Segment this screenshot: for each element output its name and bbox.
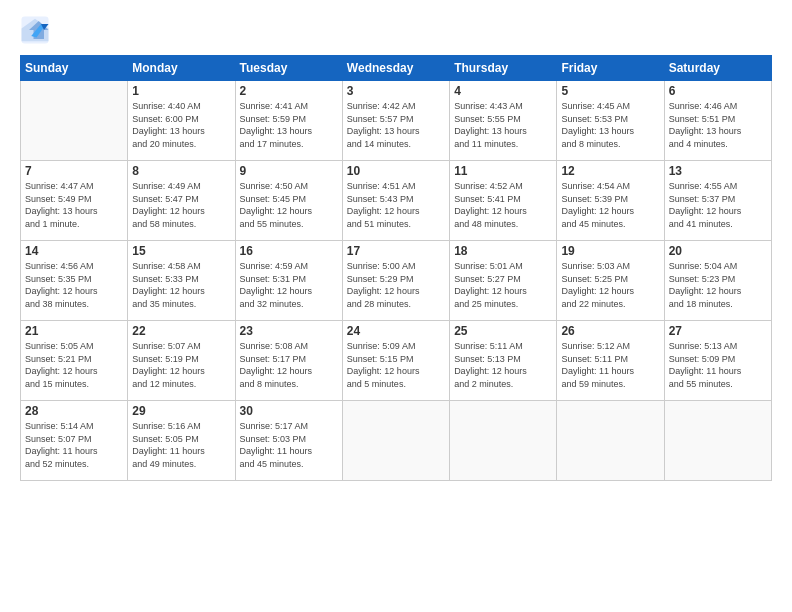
day-detail: Sunrise: 5:03 AM Sunset: 5:25 PM Dayligh…: [561, 260, 659, 310]
day-number: 2: [240, 84, 338, 98]
day-detail: Sunrise: 5:08 AM Sunset: 5:17 PM Dayligh…: [240, 340, 338, 390]
calendar-cell: [450, 401, 557, 481]
calendar-cell: 4Sunrise: 4:43 AM Sunset: 5:55 PM Daylig…: [450, 81, 557, 161]
day-detail: Sunrise: 4:43 AM Sunset: 5:55 PM Dayligh…: [454, 100, 552, 150]
day-detail: Sunrise: 5:14 AM Sunset: 5:07 PM Dayligh…: [25, 420, 123, 470]
calendar-cell: 27Sunrise: 5:13 AM Sunset: 5:09 PM Dayli…: [664, 321, 771, 401]
day-detail: Sunrise: 4:54 AM Sunset: 5:39 PM Dayligh…: [561, 180, 659, 230]
weekday-header: Thursday: [450, 56, 557, 81]
day-detail: Sunrise: 4:56 AM Sunset: 5:35 PM Dayligh…: [25, 260, 123, 310]
day-number: 4: [454, 84, 552, 98]
calendar-cell: 5Sunrise: 4:45 AM Sunset: 5:53 PM Daylig…: [557, 81, 664, 161]
day-detail: Sunrise: 5:17 AM Sunset: 5:03 PM Dayligh…: [240, 420, 338, 470]
day-number: 24: [347, 324, 445, 338]
day-detail: Sunrise: 4:46 AM Sunset: 5:51 PM Dayligh…: [669, 100, 767, 150]
day-detail: Sunrise: 5:12 AM Sunset: 5:11 PM Dayligh…: [561, 340, 659, 390]
calendar-cell: 6Sunrise: 4:46 AM Sunset: 5:51 PM Daylig…: [664, 81, 771, 161]
calendar-cell: 11Sunrise: 4:52 AM Sunset: 5:41 PM Dayli…: [450, 161, 557, 241]
day-number: 19: [561, 244, 659, 258]
calendar-cell: 9Sunrise: 4:50 AM Sunset: 5:45 PM Daylig…: [235, 161, 342, 241]
day-number: 1: [132, 84, 230, 98]
calendar-cell: 28Sunrise: 5:14 AM Sunset: 5:07 PM Dayli…: [21, 401, 128, 481]
calendar-cell: 17Sunrise: 5:00 AM Sunset: 5:29 PM Dayli…: [342, 241, 449, 321]
day-detail: Sunrise: 5:05 AM Sunset: 5:21 PM Dayligh…: [25, 340, 123, 390]
page: SundayMondayTuesdayWednesdayThursdayFrid…: [0, 0, 792, 612]
calendar-cell: 20Sunrise: 5:04 AM Sunset: 5:23 PM Dayli…: [664, 241, 771, 321]
day-number: 27: [669, 324, 767, 338]
calendar-cell: 29Sunrise: 5:16 AM Sunset: 5:05 PM Dayli…: [128, 401, 235, 481]
day-number: 20: [669, 244, 767, 258]
day-detail: Sunrise: 4:45 AM Sunset: 5:53 PM Dayligh…: [561, 100, 659, 150]
calendar-cell: 19Sunrise: 5:03 AM Sunset: 5:25 PM Dayli…: [557, 241, 664, 321]
day-number: 3: [347, 84, 445, 98]
weekday-header: Wednesday: [342, 56, 449, 81]
day-number: 21: [25, 324, 123, 338]
day-number: 11: [454, 164, 552, 178]
calendar-cell: 23Sunrise: 5:08 AM Sunset: 5:17 PM Dayli…: [235, 321, 342, 401]
day-detail: Sunrise: 5:04 AM Sunset: 5:23 PM Dayligh…: [669, 260, 767, 310]
day-detail: Sunrise: 5:09 AM Sunset: 5:15 PM Dayligh…: [347, 340, 445, 390]
day-detail: Sunrise: 4:47 AM Sunset: 5:49 PM Dayligh…: [25, 180, 123, 230]
calendar-cell: 21Sunrise: 5:05 AM Sunset: 5:21 PM Dayli…: [21, 321, 128, 401]
calendar-cell: [342, 401, 449, 481]
day-detail: Sunrise: 4:52 AM Sunset: 5:41 PM Dayligh…: [454, 180, 552, 230]
calendar-cell: 8Sunrise: 4:49 AM Sunset: 5:47 PM Daylig…: [128, 161, 235, 241]
day-detail: Sunrise: 4:42 AM Sunset: 5:57 PM Dayligh…: [347, 100, 445, 150]
day-number: 16: [240, 244, 338, 258]
calendar-cell: 1Sunrise: 4:40 AM Sunset: 6:00 PM Daylig…: [128, 81, 235, 161]
calendar-cell: 15Sunrise: 4:58 AM Sunset: 5:33 PM Dayli…: [128, 241, 235, 321]
calendar-week-row: 28Sunrise: 5:14 AM Sunset: 5:07 PM Dayli…: [21, 401, 772, 481]
calendar-cell: 7Sunrise: 4:47 AM Sunset: 5:49 PM Daylig…: [21, 161, 128, 241]
calendar-cell: 10Sunrise: 4:51 AM Sunset: 5:43 PM Dayli…: [342, 161, 449, 241]
calendar-cell: 14Sunrise: 4:56 AM Sunset: 5:35 PM Dayli…: [21, 241, 128, 321]
day-number: 12: [561, 164, 659, 178]
calendar-cell: [21, 81, 128, 161]
day-detail: Sunrise: 4:59 AM Sunset: 5:31 PM Dayligh…: [240, 260, 338, 310]
logo-icon: [20, 15, 50, 45]
day-number: 8: [132, 164, 230, 178]
day-number: 15: [132, 244, 230, 258]
day-detail: Sunrise: 5:07 AM Sunset: 5:19 PM Dayligh…: [132, 340, 230, 390]
calendar-cell: 18Sunrise: 5:01 AM Sunset: 5:27 PM Dayli…: [450, 241, 557, 321]
calendar-week-row: 7Sunrise: 4:47 AM Sunset: 5:49 PM Daylig…: [21, 161, 772, 241]
calendar-week-row: 1Sunrise: 4:40 AM Sunset: 6:00 PM Daylig…: [21, 81, 772, 161]
day-number: 22: [132, 324, 230, 338]
day-detail: Sunrise: 4:50 AM Sunset: 5:45 PM Dayligh…: [240, 180, 338, 230]
calendar-table: SundayMondayTuesdayWednesdayThursdayFrid…: [20, 55, 772, 481]
day-detail: Sunrise: 5:11 AM Sunset: 5:13 PM Dayligh…: [454, 340, 552, 390]
day-number: 18: [454, 244, 552, 258]
calendar-cell: 3Sunrise: 4:42 AM Sunset: 5:57 PM Daylig…: [342, 81, 449, 161]
day-detail: Sunrise: 4:51 AM Sunset: 5:43 PM Dayligh…: [347, 180, 445, 230]
day-detail: Sunrise: 5:00 AM Sunset: 5:29 PM Dayligh…: [347, 260, 445, 310]
calendar-cell: 13Sunrise: 4:55 AM Sunset: 5:37 PM Dayli…: [664, 161, 771, 241]
weekday-header: Saturday: [664, 56, 771, 81]
day-number: 13: [669, 164, 767, 178]
header: [20, 15, 772, 45]
day-number: 25: [454, 324, 552, 338]
calendar-cell: 26Sunrise: 5:12 AM Sunset: 5:11 PM Dayli…: [557, 321, 664, 401]
calendar-week-row: 21Sunrise: 5:05 AM Sunset: 5:21 PM Dayli…: [21, 321, 772, 401]
day-number: 30: [240, 404, 338, 418]
day-number: 17: [347, 244, 445, 258]
day-number: 28: [25, 404, 123, 418]
day-detail: Sunrise: 5:01 AM Sunset: 5:27 PM Dayligh…: [454, 260, 552, 310]
calendar-week-row: 14Sunrise: 4:56 AM Sunset: 5:35 PM Dayli…: [21, 241, 772, 321]
weekday-header: Sunday: [21, 56, 128, 81]
weekday-header: Friday: [557, 56, 664, 81]
day-detail: Sunrise: 5:16 AM Sunset: 5:05 PM Dayligh…: [132, 420, 230, 470]
day-number: 6: [669, 84, 767, 98]
day-detail: Sunrise: 4:49 AM Sunset: 5:47 PM Dayligh…: [132, 180, 230, 230]
day-detail: Sunrise: 4:41 AM Sunset: 5:59 PM Dayligh…: [240, 100, 338, 150]
day-detail: Sunrise: 4:58 AM Sunset: 5:33 PM Dayligh…: [132, 260, 230, 310]
calendar-cell: 12Sunrise: 4:54 AM Sunset: 5:39 PM Dayli…: [557, 161, 664, 241]
day-number: 23: [240, 324, 338, 338]
day-number: 7: [25, 164, 123, 178]
day-number: 14: [25, 244, 123, 258]
day-number: 5: [561, 84, 659, 98]
day-detail: Sunrise: 4:40 AM Sunset: 6:00 PM Dayligh…: [132, 100, 230, 150]
weekday-header: Monday: [128, 56, 235, 81]
calendar-cell: 30Sunrise: 5:17 AM Sunset: 5:03 PM Dayli…: [235, 401, 342, 481]
calendar-cell: 25Sunrise: 5:11 AM Sunset: 5:13 PM Dayli…: [450, 321, 557, 401]
day-number: 29: [132, 404, 230, 418]
day-detail: Sunrise: 5:13 AM Sunset: 5:09 PM Dayligh…: [669, 340, 767, 390]
